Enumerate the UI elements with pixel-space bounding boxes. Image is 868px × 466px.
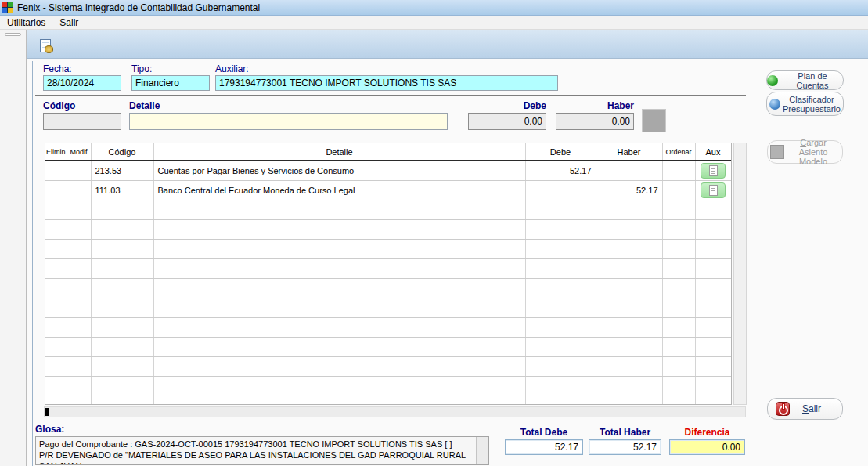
aux-cell bbox=[695, 337, 731, 356]
haber-input[interactable]: 0.00 bbox=[556, 113, 634, 130]
ordenar-cell[interactable] bbox=[662, 219, 695, 239]
modif-cell[interactable] bbox=[67, 317, 91, 337]
table-row[interactable] bbox=[45, 298, 731, 317]
table-row[interactable] bbox=[45, 356, 731, 376]
elimin-cell[interactable] bbox=[45, 161, 67, 180]
table-vertical-scrollbar[interactable] bbox=[733, 143, 747, 405]
haber-cell bbox=[596, 219, 662, 239]
debe-input[interactable]: 0.00 bbox=[468, 113, 546, 130]
aux-cell bbox=[695, 219, 731, 239]
scrollbar-thumb[interactable] bbox=[45, 408, 49, 416]
table-horizontal-scrollbar[interactable] bbox=[44, 406, 746, 417]
app-icon bbox=[2, 2, 13, 13]
haber-cell: 52.17 bbox=[596, 180, 662, 200]
ordenar-cell[interactable] bbox=[662, 278, 695, 298]
elimin-cell[interactable] bbox=[45, 317, 67, 337]
elimin-cell[interactable] bbox=[45, 239, 67, 258]
elimin-cell[interactable] bbox=[45, 356, 67, 376]
ordenar-cell[interactable] bbox=[662, 180, 695, 200]
detalle-cell: Cuentas por Pagar Bienes y Servicios de … bbox=[153, 161, 525, 180]
detalle-cell bbox=[153, 298, 525, 317]
panel-grip[interactable] bbox=[5, 33, 21, 36]
codigo-cell bbox=[91, 298, 153, 317]
codigo-cell bbox=[91, 396, 153, 405]
table-row[interactable] bbox=[45, 239, 731, 258]
glosa-line1: Pago del Comprobante : GAS-2024-OCT-0001… bbox=[39, 439, 485, 450]
modif-cell[interactable] bbox=[67, 258, 91, 278]
ordenar-cell[interactable] bbox=[662, 200, 695, 219]
fecha-input[interactable]: 28/10/2024 bbox=[43, 75, 121, 91]
table-row[interactable] bbox=[45, 396, 731, 405]
table-row[interactable] bbox=[45, 219, 731, 239]
modif-cell[interactable] bbox=[67, 356, 91, 376]
elimin-cell[interactable] bbox=[45, 298, 67, 317]
table-row[interactable] bbox=[45, 200, 731, 219]
ledger-table: Elimin Modif Código Detalle Debe Haber O… bbox=[45, 143, 732, 405]
new-voucher-button[interactable] bbox=[36, 36, 55, 55]
elimin-cell[interactable] bbox=[45, 396, 67, 405]
ordenar-cell[interactable] bbox=[662, 317, 695, 337]
modif-cell[interactable] bbox=[67, 239, 91, 258]
menu-salir[interactable]: Salir bbox=[52, 16, 85, 30]
aux-cell bbox=[695, 396, 731, 405]
table-row[interactable] bbox=[45, 376, 731, 396]
ordenar-cell[interactable] bbox=[662, 396, 695, 405]
table-header-row: Elimin Modif Código Detalle Debe Haber O… bbox=[45, 143, 731, 161]
codigo-cell bbox=[91, 278, 153, 298]
detalle-input[interactable] bbox=[129, 113, 448, 130]
auxiliar-input[interactable]: 1793194773001 TECNO IMPORT SOLUTIONS TIS… bbox=[215, 75, 558, 91]
window-title: Fenix - Sistema Integrado de Contabilida… bbox=[17, 2, 260, 13]
elimin-cell[interactable] bbox=[45, 258, 67, 278]
modif-cell[interactable] bbox=[67, 180, 91, 200]
document-coins-icon bbox=[40, 39, 51, 52]
table-row[interactable]: 111.03Banco Central del Ecuador Moneda d… bbox=[45, 180, 731, 200]
elimin-cell[interactable] bbox=[45, 337, 67, 356]
codigo-input[interactable] bbox=[43, 113, 121, 130]
modif-cell[interactable] bbox=[67, 278, 91, 298]
modif-cell[interactable] bbox=[67, 219, 91, 239]
detalle-cell bbox=[153, 337, 525, 356]
document-icon bbox=[709, 165, 718, 176]
codigo-label: Código bbox=[43, 100, 75, 111]
tipo-input[interactable]: Financiero bbox=[131, 75, 210, 91]
ordenar-cell[interactable] bbox=[662, 356, 695, 376]
ordenar-cell[interactable] bbox=[662, 376, 695, 396]
modif-cell[interactable] bbox=[67, 396, 91, 405]
glosa-scrollbar[interactable] bbox=[476, 437, 488, 464]
elimin-cell[interactable] bbox=[45, 180, 67, 200]
aux-cell bbox=[695, 180, 731, 200]
table-row[interactable] bbox=[45, 317, 731, 337]
plan-de-cuentas-button[interactable]: Plan de Cuentas bbox=[766, 70, 844, 90]
glosa-textarea[interactable]: Pago del Comprobante : GAS-2024-OCT-0001… bbox=[35, 436, 489, 465]
elimin-cell[interactable] bbox=[45, 219, 67, 239]
salir-button[interactable]: Salir bbox=[767, 398, 843, 420]
fecha-label: Fecha: bbox=[43, 63, 72, 74]
modif-cell[interactable] bbox=[67, 337, 91, 356]
modif-cell[interactable] bbox=[67, 200, 91, 219]
elimin-cell[interactable] bbox=[45, 200, 67, 219]
detalle-cell bbox=[153, 376, 525, 396]
menu-utilitarios[interactable]: Utilitarios bbox=[0, 16, 52, 30]
clasificador-presupuestario-button[interactable]: Clasificador Presupuestario bbox=[766, 92, 844, 116]
modif-cell[interactable] bbox=[67, 298, 91, 317]
modif-cell[interactable] bbox=[67, 161, 91, 180]
elimin-cell[interactable] bbox=[45, 376, 67, 396]
ordenar-cell[interactable] bbox=[662, 337, 695, 356]
aux-button[interactable] bbox=[701, 182, 726, 198]
entry-action-button[interactable] bbox=[642, 109, 666, 132]
diferencia-value: 0.00 bbox=[669, 439, 745, 455]
table-row[interactable] bbox=[45, 337, 731, 356]
modif-cell[interactable] bbox=[67, 376, 91, 396]
ordenar-cell[interactable] bbox=[662, 239, 695, 258]
table-row[interactable] bbox=[45, 278, 731, 298]
ordenar-cell[interactable] bbox=[662, 298, 695, 317]
aux-button[interactable] bbox=[701, 163, 726, 179]
aux-cell bbox=[695, 298, 731, 317]
left-panel bbox=[0, 30, 27, 466]
elimin-cell[interactable] bbox=[45, 278, 67, 298]
debe-cell bbox=[525, 258, 596, 278]
ordenar-cell[interactable] bbox=[662, 161, 695, 180]
ordenar-cell[interactable] bbox=[662, 258, 695, 278]
table-row[interactable]: 213.53Cuentas por Pagar Bienes y Servici… bbox=[45, 161, 731, 180]
table-row[interactable] bbox=[45, 258, 731, 278]
